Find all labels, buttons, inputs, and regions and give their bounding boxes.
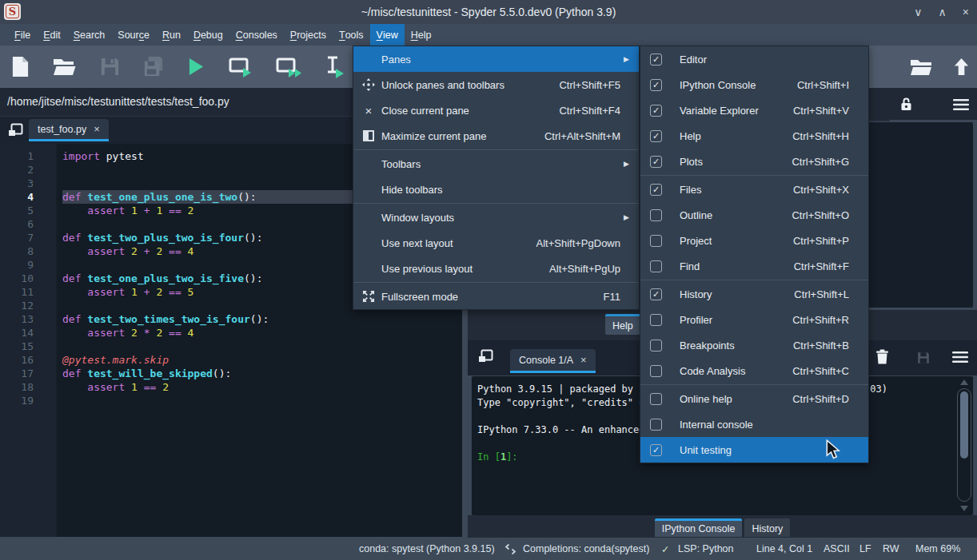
view-menu-item-window-layouts[interactable]: Window layouts▶ xyxy=(353,205,639,230)
browse-directory-button[interactable] xyxy=(910,46,932,88)
menu-item-shortcut: Ctrl+Shift+F4 xyxy=(559,105,631,117)
save-all-button[interactable] xyxy=(143,56,165,77)
view-menu-item-use-next-layout[interactable]: Use next layoutAlt+Shift+PgDown xyxy=(353,230,639,256)
run-cell-button[interactable] xyxy=(228,55,252,78)
line-number: 13 xyxy=(0,312,34,326)
browse-tabs-icon[interactable] xyxy=(478,349,493,366)
checkbox-unchecked-icon xyxy=(650,340,662,351)
new-file-button[interactable] xyxy=(11,56,30,77)
panes-submenu-item-history[interactable]: ✓HistoryCtrl+Shift+L xyxy=(640,281,868,307)
panes-submenu-item-help[interactable]: ✓HelpCtrl+Shift+H xyxy=(640,123,868,149)
code-line-18[interactable]: assert 1 == 2 xyxy=(62,380,462,394)
view-menu-item-use-previous-layout[interactable]: Use previous layoutAlt+Shift+PgUp xyxy=(353,256,639,281)
check-icon: ✓ xyxy=(661,538,669,560)
panes-submenu-item-outline[interactable]: OutlineCtrl+Shift+O xyxy=(640,202,868,228)
menu-item-shortcut: Ctrl+Shift+O xyxy=(792,209,859,221)
menubar-item-help[interactable]: Help xyxy=(405,24,438,46)
close-icon[interactable]: × xyxy=(580,354,587,366)
menu-item-label: Breakpoints xyxy=(680,340,735,351)
editor-tab[interactable]: test_foo.py × xyxy=(29,119,109,141)
code-line-15[interactable] xyxy=(62,340,462,353)
run-cell-advance-button[interactable] xyxy=(275,55,301,78)
menubar-item-search[interactable]: Search xyxy=(67,24,112,46)
run-selection-button[interactable] xyxy=(325,55,345,78)
save-icon[interactable] xyxy=(917,351,930,367)
view-menu-item-panes[interactable]: Panes▶ xyxy=(353,46,639,72)
panes-submenu-item-plots[interactable]: ✓PlotsCtrl+Shift+G xyxy=(640,149,868,174)
status-memory[interactable]: Mem 69% xyxy=(915,538,960,560)
scroll-down-arrow-icon[interactable] xyxy=(960,506,968,511)
view-menu-item-toolbars[interactable]: Toolbars▶ xyxy=(353,151,639,177)
code-line-14[interactable]: assert 2 * 2 == 4 xyxy=(62,326,462,340)
close-icon[interactable]: × xyxy=(94,123,100,135)
menubar-item-run[interactable]: Run xyxy=(156,24,187,46)
menubar-item-debug[interactable]: Debug xyxy=(187,24,229,46)
line-number: 7 xyxy=(0,231,34,244)
menubar-item-edit[interactable]: Edit xyxy=(37,24,67,46)
checkbox-unchecked-icon xyxy=(650,235,662,247)
view-menu-item-unlock-panes-and-toolbars[interactable]: Unlock panes and toolbarsCtrl+Shift+F5 xyxy=(353,72,639,97)
status-lsp[interactable]: LSP: Python xyxy=(678,538,734,560)
checkbox-checked-icon: ✓ xyxy=(650,54,662,66)
status-env[interactable]: conda: spytest (Python 3.9.15) xyxy=(359,538,495,560)
browse-tabs-icon[interactable] xyxy=(8,123,23,140)
panes-submenu-item-internal-console[interactable]: Internal console xyxy=(640,411,868,437)
status-encoding: ASCII xyxy=(823,538,850,560)
menubar-item-file[interactable]: File xyxy=(8,24,37,46)
tab-help[interactable]: Help xyxy=(605,314,640,335)
hamburger-menu-icon[interactable] xyxy=(952,351,968,366)
menubar: FileEditSearchSourceRunDebugConsolesProj… xyxy=(0,24,977,46)
title-bar: S ~/misc/testunittest - Spyder 5.5.0.dev… xyxy=(0,0,977,24)
scrollbar-thumb[interactable] xyxy=(960,391,968,459)
panes-submenu-item-online-help[interactable]: Online helpCtrl+Shift+D xyxy=(640,386,868,411)
panes-submenu-item-variable-explorer[interactable]: ✓Variable ExplorerCtrl+Shift+V xyxy=(640,97,868,123)
panes-submenu-item-code-analysis[interactable]: Code AnalysisCtrl+Shift+C xyxy=(640,358,868,383)
checkbox-checked-icon: ✓ xyxy=(650,130,662,142)
menubar-item-consoles[interactable]: Consoles xyxy=(229,24,284,46)
code-line-16[interactable]: @pytest.mark.skip xyxy=(62,353,462,367)
panes-submenu-item-editor[interactable]: ✓Editor xyxy=(640,46,868,72)
tab-ipython-console[interactable]: IPython Console xyxy=(655,518,743,537)
console-tab[interactable]: Console 1/A × xyxy=(510,349,596,373)
hamburger-menu-icon[interactable] xyxy=(953,99,969,113)
view-menu-item-fullscreen-mode[interactable]: Fullscreen modeF11 xyxy=(353,284,639,309)
menu-item-shortcut: Ctrl+Shift+P xyxy=(793,235,859,247)
trash-icon[interactable] xyxy=(875,349,889,367)
view-menu-item-maximize-current-pane[interactable]: Maximize current paneCtrl+Alt+Shift+M xyxy=(353,123,639,149)
panes-submenu-item-project[interactable]: ProjectCtrl+Shift+P xyxy=(640,228,868,253)
lock-icon[interactable] xyxy=(900,97,912,114)
menubar-item-projects[interactable]: Projects xyxy=(284,24,333,46)
view-menu-item-close-current-pane[interactable]: ×Close current paneCtrl+Shift+F4 xyxy=(353,97,639,123)
tab-history[interactable]: History xyxy=(744,518,790,537)
panes-submenu-item-files[interactable]: ✓FilesCtrl+Shift+X xyxy=(640,177,868,202)
code-line-13[interactable]: def test_two_times_two_is_four(): xyxy=(62,312,462,326)
panes-submenu-item-ipython-console[interactable]: ✓IPython ConsoleCtrl+Shift+I xyxy=(640,72,868,97)
minimize-button[interactable]: ∨ xyxy=(914,6,922,18)
panes-submenu-item-find[interactable]: FindCtrl+Shift+F xyxy=(640,253,868,279)
menu-item-label: Use previous layout xyxy=(381,263,473,275)
save-button[interactable] xyxy=(100,57,120,77)
code-line-19[interactable] xyxy=(62,394,462,407)
scroll-up-arrow-icon[interactable] xyxy=(960,379,968,385)
view-menu-item-hide-toolbars[interactable]: Hide toolbars xyxy=(353,177,639,202)
maximize-button[interactable]: ∧ xyxy=(939,6,947,18)
go-up-button[interactable] xyxy=(953,46,970,88)
panes-submenu-item-breakpoints[interactable]: BreakpointsCtrl+Shift+B xyxy=(640,332,868,358)
menubar-item-source[interactable]: Source xyxy=(111,24,156,46)
code-line-17[interactable]: def test_will_be_skipped(): xyxy=(62,367,462,380)
panes-submenu-item-profiler[interactable]: ProfilerCtrl+Shift+R xyxy=(640,307,868,332)
menu-item-label: Online help xyxy=(680,393,732,405)
menubar-item-tools[interactable]: Tools xyxy=(333,24,370,46)
checkbox-checked-icon: ✓ xyxy=(650,79,662,91)
checkbox-checked-icon: ✓ xyxy=(650,288,662,300)
menu-item-label: Internal console xyxy=(680,419,753,431)
run-button[interactable] xyxy=(188,57,205,77)
line-number: 15 xyxy=(0,340,34,353)
open-file-button[interactable] xyxy=(53,58,77,77)
status-completions[interactable]: Completions: conda(spytest) xyxy=(523,538,649,560)
checkbox-unchecked-icon xyxy=(650,393,662,405)
menu-item-label: Plots xyxy=(680,156,703,168)
close-button[interactable]: × xyxy=(963,6,969,18)
editor-tab-label: test_foo.py xyxy=(38,124,86,135)
menubar-item-view[interactable]: View xyxy=(370,24,405,46)
